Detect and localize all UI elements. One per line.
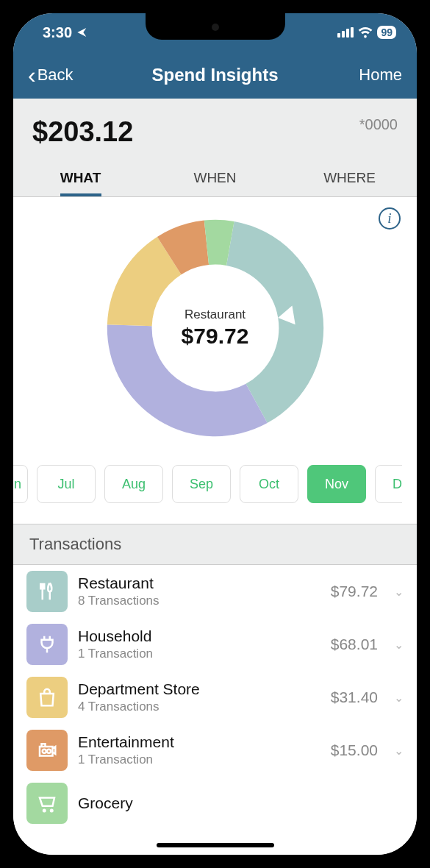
tx-category: Grocery xyxy=(78,794,404,812)
tx-category: Restaurant xyxy=(78,574,320,592)
category-icon-cart xyxy=(26,783,68,824)
transaction-row-department-store[interactable]: Department Store4 Transactions$31.40⌄ xyxy=(13,671,417,724)
chevron-down-icon: ⌄ xyxy=(394,744,404,758)
tx-amount: $79.72 xyxy=(331,583,378,600)
info-button[interactable]: i xyxy=(379,207,401,230)
donut-center-label: Restaurant xyxy=(182,307,249,322)
tab-when[interactable]: WHEN xyxy=(148,161,282,196)
tx-category: Household xyxy=(78,627,320,645)
tx-text: Grocery xyxy=(78,794,404,812)
category-icon-camera xyxy=(26,730,68,771)
notch xyxy=(146,13,285,40)
month-chip-aug[interactable]: Aug xyxy=(104,465,163,503)
tx-text: Household1 Transaction xyxy=(78,627,320,661)
nav-bar: ‹ Back Spend Insights Home xyxy=(13,51,417,99)
tab-what[interactable]: WHAT xyxy=(13,161,148,196)
tx-category: Entertainment xyxy=(78,733,320,751)
svg-point-2 xyxy=(47,750,51,753)
month-chip-sep[interactable]: Sep xyxy=(172,465,231,503)
month-chip-n[interactable]: n xyxy=(13,465,28,503)
transaction-row-grocery[interactable]: Grocery xyxy=(13,777,417,830)
tx-subtext: 4 Transactions xyxy=(78,700,320,714)
transaction-row-entertainment[interactable]: Entertainment1 Transaction$15.00⌄ xyxy=(13,724,417,777)
transaction-row-restaurant[interactable]: Restaurant8 Transactions$79.72⌄ xyxy=(13,565,417,618)
status-right: 99 xyxy=(337,26,396,39)
chevron-down-icon: ⌄ xyxy=(394,691,404,705)
category-icon-bag xyxy=(26,677,68,718)
wifi-icon xyxy=(358,26,373,38)
page-title: Spend Insights xyxy=(151,65,278,85)
tx-amount: $68.01 xyxy=(331,636,378,653)
chevron-down-icon: ⌄ xyxy=(394,585,404,599)
month-selector: nJulAugSepOctNovDec xyxy=(13,446,402,518)
back-button[interactable]: ‹ Back xyxy=(28,63,74,87)
month-chip-jul[interactable]: Jul xyxy=(37,465,96,503)
tx-subtext: 1 Transaction xyxy=(78,647,320,661)
tx-amount: $31.40 xyxy=(331,689,378,706)
chevron-left-icon: ‹ xyxy=(28,63,36,87)
tx-subtext: 1 Transaction xyxy=(78,753,320,767)
transaction-row-household[interactable]: Household1 Transaction$68.01⌄ xyxy=(13,618,417,671)
tx-text: Department Store4 Transactions xyxy=(78,680,320,714)
home-button[interactable]: Home xyxy=(359,65,402,85)
signal-icon xyxy=(337,27,354,38)
tx-category: Department Store xyxy=(78,680,320,698)
svg-point-1 xyxy=(43,750,46,753)
screen: 3:30 99 ‹ Back Spend Insights Home $203.… xyxy=(13,13,417,855)
donut-center-value: $79.72 xyxy=(182,324,249,349)
tx-subtext: 8 Transactions xyxy=(78,594,320,608)
category-icon-plug xyxy=(26,624,68,665)
tabs: WHAT WHEN WHERE xyxy=(13,161,417,196)
transaction-list: Restaurant8 Transactions$79.72⌄Household… xyxy=(13,565,417,855)
tx-text: Restaurant8 Transactions xyxy=(78,574,320,608)
summary-section: $203.12 *0000 WHAT WHEN WHERE xyxy=(13,99,417,197)
total-amount: $203.12 xyxy=(32,116,133,148)
month-chip-dec[interactable]: Dec xyxy=(375,465,402,503)
chart-area: i Restaurant $79.72 nJulAugSepOctNovDec xyxy=(13,197,417,524)
back-label: Back xyxy=(37,65,74,85)
tx-amount: $15.00 xyxy=(331,741,378,759)
month-chip-oct[interactable]: Oct xyxy=(240,465,298,503)
month-chip-nov[interactable]: Nov xyxy=(307,465,366,503)
status-time: 3:30 xyxy=(43,24,88,41)
phone-frame: 3:30 99 ‹ Back Spend Insights Home $203.… xyxy=(0,0,430,868)
category-icon-fork-knife xyxy=(26,571,68,612)
transactions-header: Transactions xyxy=(13,524,417,565)
tab-where[interactable]: WHERE xyxy=(282,161,417,196)
donut-center: Restaurant $79.72 xyxy=(182,307,249,349)
account-mask: *0000 xyxy=(359,116,398,133)
battery-badge: 99 xyxy=(377,26,396,39)
home-indicator[interactable] xyxy=(157,843,274,847)
donut-chart[interactable]: Restaurant $79.72 xyxy=(98,210,333,446)
tx-text: Entertainment1 Transaction xyxy=(78,733,320,767)
chevron-down-icon: ⌄ xyxy=(394,638,404,652)
time-text: 3:30 xyxy=(43,24,72,40)
